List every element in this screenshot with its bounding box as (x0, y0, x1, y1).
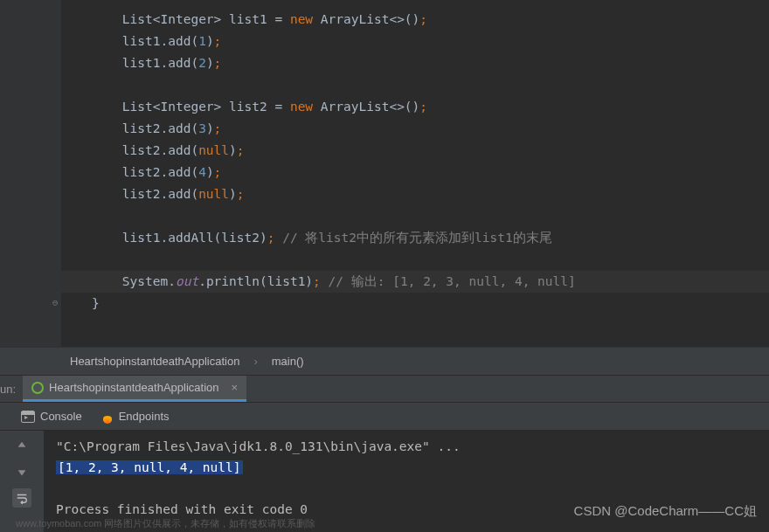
console-toolbar (0, 431, 44, 532)
code-line[interactable]: list2.add(null); (61, 183, 769, 205)
code-line[interactable]: List<Integer> list1 = new ArrayList<>(); (61, 9, 769, 31)
actuator-icon (101, 410, 114, 424)
editor-area: ⊖ List<Integer> list1 = new ArrayList<>(… (0, 0, 769, 347)
console-icon (21, 411, 35, 423)
code-line[interactable] (61, 74, 769, 96)
breadcrumb-class[interactable]: HeartshopinstantdeathApplication (70, 355, 239, 368)
scroll-up-button[interactable] (12, 436, 31, 455)
breadcrumb-method[interactable]: main() (272, 355, 304, 368)
console-area: "C:\Program Files\Java\jdk1.8.0_131\bin\… (0, 431, 769, 532)
spring-boot-icon (31, 382, 44, 394)
code-line[interactable] (61, 205, 769, 227)
code-line[interactable]: } (61, 293, 769, 314)
tab-console[interactable]: Console (21, 410, 82, 423)
fold-marker-icon[interactable]: ⊖ (52, 297, 59, 308)
close-icon[interactable]: × (232, 381, 239, 394)
code-line[interactable]: list1.add(1); (61, 31, 769, 52)
tab-console-label: Console (40, 410, 82, 423)
console-output[interactable]: "C:\Program Files\Java\jdk1.8.0_131\bin\… (44, 431, 769, 532)
code-line[interactable]: list2.add(4); (61, 162, 769, 183)
editor-gutter: ⊖ (0, 0, 61, 347)
console-blank (56, 481, 64, 495)
run-toolwindow-header: un: HeartshopinstantdeathApplication × (0, 375, 769, 403)
scroll-down-button[interactable] (12, 462, 31, 481)
code-line[interactable] (61, 314, 769, 336)
run-tool-tabs: Console Endpoints (0, 403, 769, 431)
tab-endpoints-label: Endpoints (119, 410, 170, 423)
console-exit-line: Process finished with exit code 0 (56, 502, 308, 516)
code-line[interactable]: List<Integer> list2 = new ArrayList<>(); (61, 96, 769, 118)
run-config-name: HeartshopinstantdeathApplication (49, 381, 218, 394)
run-label: un: (0, 383, 23, 396)
tab-endpoints[interactable]: Endpoints (101, 410, 170, 424)
code-line[interactable]: list1.addAll(list2); // 将list2中的所有元素添加到l… (61, 227, 769, 249)
code-line[interactable]: list2.add(null); (61, 140, 769, 162)
run-config-tab[interactable]: HeartshopinstantdeathApplication × (23, 376, 246, 402)
code-line[interactable]: list2.add(3); (61, 118, 769, 140)
soft-wrap-button[interactable] (12, 488, 31, 508)
code-line[interactable]: list1.add(2); (61, 52, 769, 74)
code-column[interactable]: List<Integer> list1 = new ArrayList<>();… (61, 0, 769, 347)
console-cmd-line: "C:\Program Files\Java\jdk1.8.0_131\bin\… (56, 439, 461, 453)
chevron-right-icon: › (253, 355, 257, 368)
breadcrumb: HeartshopinstantdeathApplication › main(… (0, 347, 769, 375)
console-selected-output: [1, 2, 3, null, 4, null] (56, 460, 243, 474)
code-line[interactable] (61, 249, 769, 271)
